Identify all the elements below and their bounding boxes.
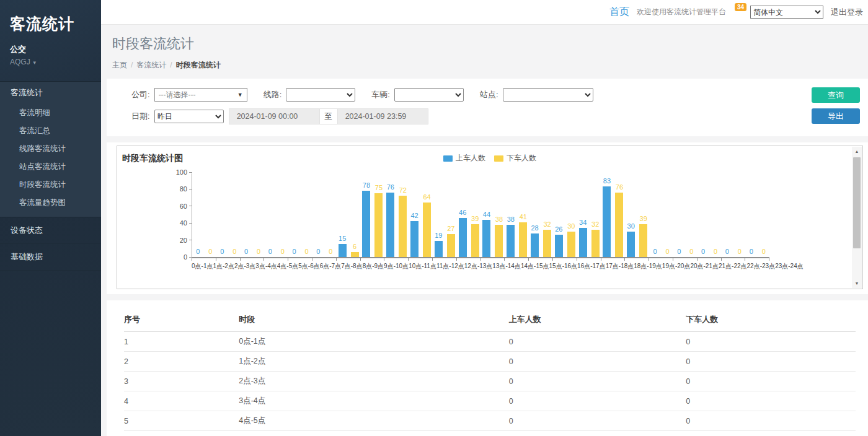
date-range-separator: 至 [320,108,337,124]
bar-boarding: 15 [339,244,347,257]
bar-value-label: 0 [208,248,212,255]
logout-link[interactable]: 退出登录 [831,7,863,18]
notification-badge: 34 [735,3,746,11]
scrollbar-thumb[interactable] [853,157,861,248]
sidebar-item[interactable]: 设备状态 [0,217,101,244]
company-select[interactable]: ---请选择--- ▼ [154,88,247,102]
org-code-dropdown[interactable]: AQGJ▼ [10,58,91,66]
bar-value-label: 0 [701,248,705,255]
export-button[interactable]: 导出 [812,108,860,124]
sidebar-subitem[interactable]: 站点客流统计 [0,158,101,176]
station-select[interactable] [503,88,593,102]
table-cell: 3 [124,372,239,391]
bar-boarding: 76 [386,193,394,257]
bar-value-label: 0 [196,248,200,255]
bar-value-label: 76 [387,183,394,191]
bar-group: 3432 [577,173,601,257]
sidebar-item-passenger-stats[interactable]: 客流统计 [0,82,101,104]
bar-value-label: 0 [714,248,717,255]
bar-group: 00 [216,173,241,257]
scroll-down-icon[interactable]: ▼ [852,279,862,288]
bar-group: 00 [745,173,769,257]
bar-value-label: 46 [459,209,466,216]
bar-value-label: 83 [603,177,611,185]
sidebar-subitem[interactable]: 客流汇总 [0,122,101,140]
bar-group: 7672 [384,173,409,257]
bar-group: 00 [241,173,265,257]
x-tick [288,258,312,261]
x-axis-label: 10点-11点 [409,262,436,271]
home-link[interactable]: 首页 [609,6,629,19]
bar-value-label: 27 [447,225,454,232]
chart-title: 时段车流统计图 [122,153,183,163]
x-tick [192,258,216,261]
legend-label: 下车人数 [507,153,536,164]
vehicle-select[interactable] [394,88,464,102]
y-axis-tick: 100 [176,168,192,176]
scrollbar-track[interactable] [852,156,862,279]
x-axis-label: 18点-19点 [634,262,662,271]
language-select[interactable]: 简体中文 [750,6,823,19]
y-axis-tick: 0 [184,253,192,261]
bar-value-label: 0 [750,248,753,255]
bar-value-label: 76 [616,183,623,191]
sidebar-subitem[interactable]: 客流明细 [0,104,101,122]
vehicle-label: 车辆: [371,89,390,100]
x-tick [337,258,361,261]
bar-boarding: 46 [459,218,467,257]
x-tick [241,258,265,261]
action-buttons: 查询 导出 [812,87,860,124]
bar-value-label: 78 [363,181,370,189]
bar-value-label: 38 [507,216,515,223]
sidebar-subitem[interactable]: 线路客流统计 [0,140,101,158]
filter-panel: 公司: ---请选择--- ▼ 线路: 车辆: 站点: 日期: 昨日 2024-… [107,79,868,136]
bar-alighting: 39 [471,224,479,257]
sidebar-item[interactable]: 基础数据 [0,244,101,271]
x-axis-label: 16点-17点 [577,262,606,271]
x-axis-label: 2点-3点 [234,262,255,271]
date-to-input[interactable]: 2024-01-09 23:59 [337,108,428,124]
table-row: 21点-2点00 [124,352,856,372]
table-cell: 0 [686,431,856,436]
table-cell: 6 [124,431,239,436]
sidebar-subitem[interactable]: 客流量趋势图 [0,194,101,212]
sidebar-menu: 客流统计 客流明细客流汇总线路客流统计站点客流统计时段客流统计客流量趋势图 设备… [0,81,101,271]
bar-value-label: 28 [531,224,538,232]
y-axis-tick: 80 [180,185,192,193]
y-tick-label: 40 [180,219,187,227]
query-button[interactable]: 查询 [812,87,860,103]
bar-boarding: 19 [435,241,443,257]
bar-boarding: 83 [603,186,611,257]
x-tick [361,258,385,261]
x-tick [312,258,337,261]
breadcrumb-home[interactable]: 主页 [112,61,127,69]
x-tick [698,258,722,261]
x-tick [577,258,601,261]
chart-scrollbar[interactable]: ▲ ▼ [852,147,862,288]
table-header-cell: 序号 [124,310,239,332]
bar-boarding: 28 [531,233,539,257]
table-cell: 2 [124,352,239,372]
company-select-value: ---请选择--- [159,90,196,100]
date-preset-select[interactable]: 昨日 [154,110,224,123]
line-select[interactable] [286,88,355,102]
chart-plot: 0204060801000000000000001567875767242641… [192,173,769,258]
x-tick [722,258,746,261]
chart-header: 时段车流统计图 上车人数下车人数 [117,146,862,165]
bar-alighting: 32 [543,230,551,257]
bar-group: 2832 [529,173,553,257]
bar-value-label: 32 [591,220,599,228]
y-tick-label: 0 [184,253,187,261]
breadcrumb-mid[interactable]: 客流统计 [136,61,166,69]
scroll-up-icon[interactable]: ▲ [852,147,862,156]
date-from-input[interactable]: 2024-01-09 00:00 [229,108,320,124]
sidebar-subitem[interactable]: 时段客流统计 [0,176,101,194]
table-cell: 2点-3点 [239,372,508,391]
table-cell: 0 [686,391,856,411]
x-axis-label: 15点-16点 [549,262,578,271]
x-axis-label: 20点-21点 [690,262,719,271]
table-cell: 4 [124,391,239,411]
breadcrumb-separator: / [170,61,172,69]
x-axis-label: 14点-15点 [521,262,549,271]
bar-group: 4264 [409,173,433,257]
